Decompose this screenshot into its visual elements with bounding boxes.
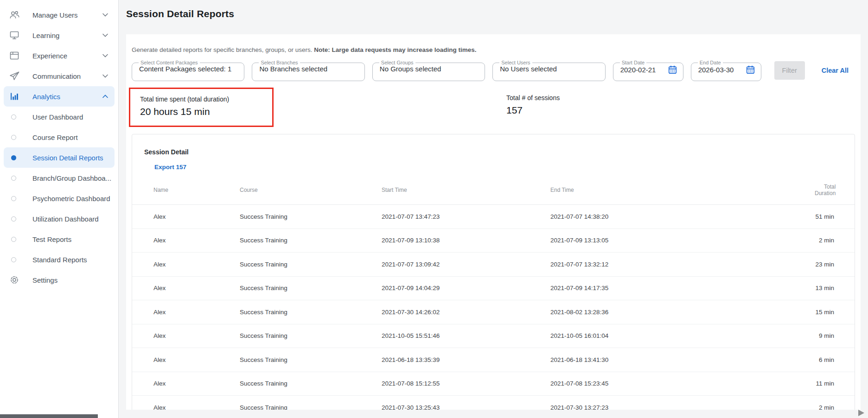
chevron-down-icon — [102, 74, 108, 78]
sidebar-item-settings[interactable]: Settings — [0, 270, 118, 290]
sidebar-item-experience[interactable]: Experience — [0, 45, 118, 66]
cell-end-time: 2021-07-30 13:27:23 — [550, 404, 815, 410]
cell-name: Alex — [153, 237, 240, 244]
cell-start-time: 2021-07-09 13:10:38 — [382, 237, 550, 244]
cell-total-duration: 2 min — [815, 404, 834, 410]
cell-start-time: 2021-07-30 13:25:43 — [382, 404, 550, 410]
sidebar-item-learning[interactable]: Learning — [0, 25, 118, 45]
sidebar-subitem-label: Test Reports — [32, 235, 71, 243]
select-users-field[interactable]: Select Users No Users selected — [492, 60, 605, 81]
field-label: End Date — [698, 60, 723, 65]
sidebar-item-communication[interactable]: Communication — [0, 66, 118, 86]
column-header-course: Course — [240, 187, 382, 193]
filter-button[interactable]: Filter — [774, 61, 805, 80]
sidebar-item-user-dashboard[interactable]: User Dashboard — [0, 107, 118, 127]
sidebar-subitem-label: Branch/Group Dashboa... — [32, 174, 111, 182]
radio-icon — [11, 114, 16, 120]
table-row: Alex Success Training 2021-07-07 13:09:4… — [132, 253, 855, 277]
sidebar-item-utilization-dashboard[interactable]: Utilization Dashboard — [0, 209, 118, 229]
sidebar-subitem-label: Standard Reports — [32, 256, 87, 264]
total-sessions-stat: Total # of sessions 157 — [506, 94, 560, 116]
bar-chart-icon — [8, 90, 20, 102]
cell-start-time: 2021-10-05 15:51:46 — [382, 332, 550, 339]
total-time-label: Total time spent (total duration) — [140, 95, 272, 103]
cell-name: Alex — [153, 213, 240, 220]
cell-name: Alex — [153, 309, 240, 316]
sidebar-item-analytics[interactable]: Analytics — [4, 86, 115, 107]
sidebar-item-label: Learning — [32, 32, 59, 39]
cell-start-time: 2021-07-08 15:12:55 — [382, 380, 550, 387]
cell-course: Success Training — [240, 404, 382, 410]
table-row: Alex Success Training 2021-07-07 13:47:2… — [132, 205, 855, 229]
cell-start-time: 2021-07-07 13:09:42 — [382, 261, 550, 268]
calendar-icon[interactable] — [746, 65, 755, 75]
sidebar-item-course-report[interactable]: Course Report — [0, 127, 118, 147]
cell-name: Alex — [153, 380, 240, 387]
cell-total-duration: 15 min — [815, 309, 834, 316]
cell-name: Alex — [153, 332, 240, 339]
sidebar-item-test-reports[interactable]: Test Reports — [0, 229, 118, 249]
table-row: Alex Success Training 2021-07-09 14:04:2… — [132, 277, 855, 301]
select-groups-field[interactable]: Select Groups No Groups selected — [372, 60, 485, 81]
table-row: Alex Success Training 2021-07-30 14:26:0… — [132, 300, 855, 324]
sidebar-item-label: Experience — [32, 52, 67, 60]
sidebar-item-label: Communication — [32, 72, 81, 80]
scroll-right-arrow-icon[interactable] — [858, 410, 864, 416]
select-branches-field[interactable]: Select Branches No Branches selected — [252, 60, 364, 81]
table-row: Alex Success Training 2021-06-18 13:35:3… — [132, 348, 855, 372]
start-date-field[interactable]: Start Date 2020-02-21 — [613, 60, 683, 81]
cell-name: Alex — [153, 404, 240, 410]
column-header-total-duration: Total Duration — [815, 184, 836, 196]
cell-name: Alex — [153, 356, 240, 363]
window-icon — [8, 50, 20, 62]
select-content-packages-field[interactable]: Select Content Packages Content Packages… — [132, 60, 244, 81]
end-date-value: 2026-03-30 — [696, 66, 746, 74]
chevron-up-icon — [102, 95, 108, 98]
clear-all-link[interactable]: Clear All — [822, 67, 849, 74]
column-header-name: Name — [153, 187, 240, 193]
cell-total-duration: 2 min — [815, 237, 834, 244]
sidebar-item-label: Settings — [32, 276, 57, 284]
cell-start-time: 2021-07-30 14:26:02 — [382, 309, 550, 316]
radio-icon — [11, 237, 16, 242]
session-detail-panel: Session Detail Export 157 Name Course St… — [132, 134, 855, 410]
radio-icon — [11, 257, 16, 262]
sidebar-item-psychometric-dashboard[interactable]: Psychometric Dashboard — [0, 188, 118, 209]
description-text: Generate detailed reports for specific b… — [132, 46, 314, 53]
calendar-icon[interactable] — [668, 65, 677, 75]
cell-course: Success Training — [240, 380, 382, 387]
cell-name: Alex — [153, 261, 240, 268]
sidebar-subitem-label: User Dashboard — [32, 113, 83, 121]
table-row: Alex Success Training 2021-07-09 13:10:3… — [132, 229, 855, 253]
cell-end-time: 2021-07-09 13:13:05 — [550, 237, 815, 244]
cell-end-time: 2021-07-07 14:38:20 — [550, 213, 815, 220]
radio-selected-icon — [11, 155, 16, 160]
field-value: Content Packages selected: 1 — [137, 65, 239, 73]
end-date-field[interactable]: End Date 2026-03-30 — [691, 60, 761, 81]
sidebar-subitem-label: Course Report — [32, 133, 78, 141]
cell-start-time: 2021-07-09 14:04:29 — [382, 285, 550, 291]
sidebar-item-branch-group-dashboard[interactable]: Branch/Group Dashboa... — [0, 168, 118, 188]
description-note: Note: Large data requests may increase l… — [314, 46, 476, 53]
chevron-down-icon — [102, 54, 108, 57]
sidebar-item-manage-users[interactable]: Manage Users — [0, 5, 118, 25]
field-value: No Groups selected — [377, 65, 480, 73]
column-header-end-time: End Time — [550, 187, 815, 193]
start-date-value: 2020-02-21 — [618, 66, 668, 74]
cell-course: Success Training — [240, 261, 382, 268]
cell-course: Success Training — [240, 356, 382, 363]
page-title: Session Detail Reports — [126, 8, 234, 19]
export-link[interactable]: Export 157 — [154, 164, 186, 171]
horizontal-scrollbar-thumb[interactable] — [0, 414, 98, 418]
cell-total-duration: 23 min — [815, 261, 834, 268]
sidebar-item-standard-reports[interactable]: Standard Reports — [0, 249, 118, 270]
table-header: Name Course Start Time End Time Total Du… — [132, 184, 855, 205]
sidebar-item-session-detail-reports[interactable]: Session Detail Reports — [4, 147, 115, 168]
main-content: Session Detail Reports Generate detailed… — [119, 0, 868, 418]
field-value: No Users selected — [498, 65, 600, 73]
cell-end-time: 2021-06-18 13:41:30 — [550, 356, 815, 363]
cell-total-duration: 6 min — [815, 356, 834, 363]
annotation-highlight-box: Total time spent (total duration) 20 hou… — [129, 88, 274, 127]
table-body: Alex Success Training 2021-07-07 13:47:2… — [132, 205, 855, 410]
gear-icon — [8, 274, 20, 286]
